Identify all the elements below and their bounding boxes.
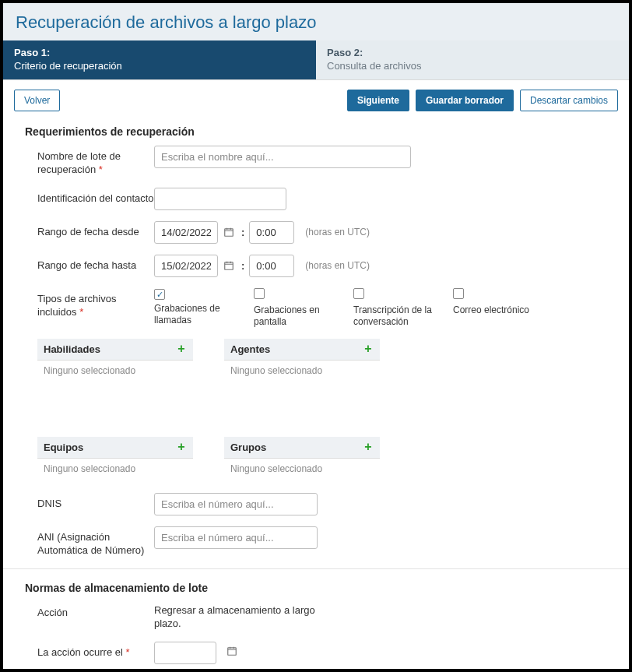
back-button[interactable]: Volver <box>14 90 60 111</box>
discard-button[interactable]: Descartar cambios <box>520 90 618 111</box>
section-storage-title: Normas de almacenamiento de lote <box>3 577 629 602</box>
dnis-label: DNIS <box>37 493 154 511</box>
agents-picker-empty: Ninguno seleccionado <box>224 361 380 431</box>
plus-icon[interactable]: + <box>363 343 374 354</box>
date-to-input[interactable] <box>154 255 218 277</box>
calendar-icon[interactable] <box>221 224 237 240</box>
teams-picker: Equipos + Ninguno seleccionado <box>37 437 193 479</box>
agents-picker-title: Agentes <box>230 343 270 355</box>
dnis-input[interactable] <box>154 493 318 515</box>
file-types-label: Tipos de archivos incluidos * <box>37 288 154 319</box>
checkbox-screen-recordings-label: Grabaciones en pantalla <box>254 304 339 328</box>
step-1-title: Paso 1: <box>14 47 305 58</box>
teams-picker-title: Equipos <box>44 442 83 453</box>
utc-note-to: (horas en UTC) <box>305 260 370 271</box>
time-separator: : <box>240 227 246 238</box>
utc-note-from: (horas en UTC) <box>305 227 370 237</box>
action-value: Regresar a almacenamiento a largo plazo. <box>154 602 341 631</box>
time-from-input[interactable] <box>249 221 294 244</box>
skills-picker-title: Habilidades <box>44 343 100 355</box>
action-date-input[interactable] <box>154 642 216 664</box>
section-recovery-title: Requerimientos de recuperación <box>3 121 629 146</box>
plus-icon[interactable]: + <box>176 442 187 452</box>
checkbox-call-recordings[interactable] <box>154 289 165 300</box>
svg-rect-1 <box>225 262 233 269</box>
save-draft-button[interactable]: Guardar borrador <box>416 90 514 111</box>
svg-rect-2 <box>227 648 236 655</box>
calendar-icon[interactable] <box>221 258 237 273</box>
contact-id-input[interactable] <box>154 188 286 210</box>
checkbox-transcription-label: Transcripción de la conversación <box>353 304 439 328</box>
step-2-title: Paso 2: <box>327 47 618 58</box>
skills-picker: Habilidades + Ninguno seleccionado <box>37 339 193 431</box>
date-from-input[interactable] <box>154 221 218 244</box>
plus-icon[interactable]: + <box>363 442 374 452</box>
date-from-label: Rango de fecha desde <box>37 221 154 239</box>
agents-picker: Agentes + Ninguno seleccionado <box>224 339 380 431</box>
time-separator: : <box>240 260 246 272</box>
plus-icon[interactable]: + <box>176 343 187 354</box>
teams-picker-empty: Ninguno seleccionado <box>37 459 193 479</box>
step-1[interactable]: Paso 1: Criterio de recuperación <box>3 40 316 79</box>
page-title: Recuperación de archivos a largo plazo <box>16 12 616 33</box>
step-1-sub: Criterio de recuperación <box>14 60 305 72</box>
date-to-label: Rango de fecha hasta <box>37 255 154 273</box>
groups-picker: Grupos + Ninguno seleccionado <box>224 437 380 479</box>
ani-input[interactable] <box>154 526 318 549</box>
step-2-sub: Consulta de archivos <box>327 60 618 72</box>
groups-picker-title: Grupos <box>230 442 266 453</box>
next-button[interactable]: Siguiente <box>347 90 409 111</box>
action-date-label: La acción ocurre el * <box>37 642 154 660</box>
wizard-steps: Paso 1: Criterio de recuperación Paso 2:… <box>3 40 629 80</box>
checkbox-screen-recordings[interactable] <box>254 288 265 299</box>
batch-name-label: Nombre de lote de recuperación * <box>37 146 154 177</box>
step-2[interactable]: Paso 2: Consulta de archivos <box>316 40 629 79</box>
checkbox-email-label: Correo electrónico <box>453 304 529 316</box>
svg-rect-0 <box>225 229 233 236</box>
ani-label: ANI (Asignación Automática de Número) <box>37 526 154 558</box>
skills-picker-empty: Ninguno seleccionado <box>37 361 193 431</box>
batch-name-input[interactable] <box>154 146 411 168</box>
contact-id-label: Identificación del contacto <box>37 188 154 206</box>
action-label: Acción <box>37 602 154 620</box>
groups-picker-empty: Ninguno seleccionado <box>224 459 380 479</box>
checkbox-call-recordings-label: Grabaciones de llamadas <box>154 303 240 326</box>
checkbox-transcription[interactable] <box>353 288 364 299</box>
time-to-input[interactable] <box>249 255 294 277</box>
checkbox-email[interactable] <box>453 288 464 299</box>
calendar-icon[interactable] <box>224 643 240 659</box>
